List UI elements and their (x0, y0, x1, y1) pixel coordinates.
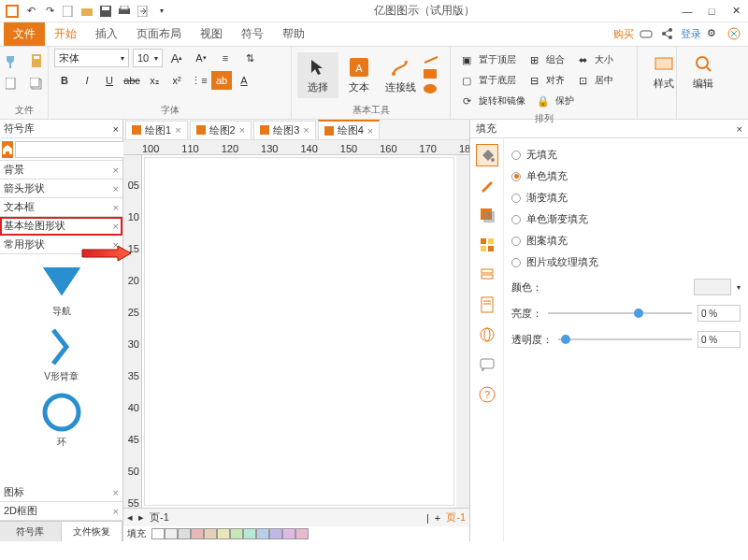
tab-close-icon[interactable]: × (239, 124, 245, 136)
fill-option[interactable]: 无填充 (511, 148, 741, 162)
fill-close-icon[interactable]: × (737, 123, 742, 135)
tab-insert[interactable]: 插入 (86, 22, 127, 46)
rotate-icon[interactable]: ⟳ (456, 92, 477, 110)
send-back-icon[interactable]: ▢ (456, 71, 477, 90)
shape-chevron[interactable]: V形臂章 (4, 323, 119, 383)
buy-link[interactable]: 购买 (613, 27, 634, 41)
lib-home-icon[interactable] (2, 141, 13, 158)
align-left-icon[interactable]: ≡ (215, 49, 236, 67)
bold-icon[interactable]: B (54, 71, 75, 90)
cat-arrows[interactable]: 箭头形状× (0, 179, 122, 198)
close-icon[interactable]: ✕ (727, 3, 744, 20)
opacity-value[interactable]: 0 % (698, 331, 741, 348)
superscript-icon[interactable]: x² (166, 71, 187, 90)
gear-icon[interactable]: ⚙ (707, 27, 722, 42)
doc-tab[interactable]: 绘图4× (318, 120, 381, 139)
tab-symbol[interactable]: 符号 (232, 22, 273, 46)
swatch[interactable] (295, 528, 309, 539)
font-grow-icon[interactable]: A▴ (166, 49, 187, 67)
redo-icon[interactable]: ↷ (41, 3, 58, 20)
cat-close-icon[interactable]: × (113, 506, 119, 517)
fill-option[interactable]: 单色渐变填充 (511, 212, 741, 226)
fill-theme-icon[interactable] (476, 234, 498, 256)
tab-close-icon[interactable]: × (303, 124, 309, 136)
font-color-icon[interactable]: A (234, 71, 254, 90)
fill-option[interactable]: 单色填充 (511, 169, 741, 183)
underline-icon[interactable]: U (99, 71, 120, 90)
fill-help-icon[interactable]: ? (476, 383, 498, 406)
cat-close-icon[interactable]: × (113, 165, 119, 176)
size-icon[interactable]: ⬌ (572, 50, 593, 69)
foot-tab-lib[interactable]: 符号库 (0, 522, 62, 541)
swatch[interactable] (204, 528, 217, 539)
canvas-page[interactable] (144, 157, 454, 506)
cat-background[interactable]: 背景× (0, 161, 122, 179)
swatch[interactable] (282, 528, 295, 539)
cat-basic-shapes[interactable]: 基本绘图形状× (0, 217, 122, 236)
bring-front-icon[interactable]: ▣ (456, 50, 477, 69)
format-painter-icon[interactable] (2, 52, 22, 71)
shape-ellipse-icon[interactable] (423, 83, 439, 94)
share-icon[interactable] (660, 27, 675, 42)
text-tool[interactable]: A 文本 (338, 52, 380, 98)
swatch[interactable] (256, 528, 269, 539)
save-icon[interactable] (97, 3, 114, 20)
cat-common[interactable]: 常用形状× (0, 236, 122, 254)
swatch[interactable] (230, 528, 243, 539)
cat-icons[interactable]: 图标× (0, 483, 122, 502)
cat-2dframe[interactable]: 2D框图× (0, 502, 122, 521)
doc-tab[interactable]: 绘图1× (125, 121, 188, 139)
fill-layers-icon[interactable] (476, 264, 498, 286)
fill-globe-icon[interactable] (476, 323, 498, 346)
subscript-icon[interactable]: x₂ (144, 71, 165, 90)
line-spacing-icon[interactable]: ⇅ (239, 49, 260, 67)
tab-view[interactable]: 视图 (191, 22, 232, 46)
font-size-select[interactable]: 10▾ (133, 49, 163, 67)
wondershare-icon[interactable] (727, 27, 742, 42)
doc-tab[interactable]: 绘图3× (253, 121, 316, 139)
fill-page-icon[interactable] (476, 294, 498, 316)
doc-tab[interactable]: 绘图2× (190, 121, 252, 139)
cut-icon[interactable] (2, 75, 22, 93)
color-picker[interactable] (694, 279, 731, 295)
fill-pen-icon[interactable] (476, 174, 498, 196)
scrollbar-v[interactable] (456, 155, 469, 508)
opacity-slider[interactable] (558, 338, 692, 340)
copy-icon[interactable] (26, 75, 47, 93)
maximize-icon[interactable]: □ (703, 3, 720, 20)
swatch[interactable] (151, 528, 165, 539)
page-label[interactable]: 页-1 (150, 510, 169, 524)
paste-icon[interactable] (26, 52, 47, 71)
page-nav-prev-icon[interactable]: ◂ (127, 511, 133, 524)
shape-rect-icon[interactable] (423, 68, 439, 79)
swatch[interactable] (217, 528, 230, 539)
center-icon[interactable]: ⊡ (572, 71, 593, 90)
cat-close-icon[interactable]: × (113, 221, 119, 232)
swatch[interactable] (191, 528, 204, 539)
open-icon[interactable] (79, 3, 95, 20)
tab-help[interactable]: 帮助 (273, 22, 314, 46)
qat-dropdown-icon[interactable]: ▾ (153, 3, 170, 20)
connector-tool[interactable]: 连接线 (380, 52, 421, 98)
swatch[interactable] (178, 528, 191, 539)
fill-option[interactable]: 图片或纹理填充 (511, 255, 741, 269)
add-page-icon[interactable]: + (435, 512, 440, 524)
italic-icon[interactable]: I (77, 71, 97, 90)
cloud-icon[interactable] (640, 27, 654, 42)
page-highlight[interactable]: 页-1 (446, 510, 466, 524)
swatch[interactable] (243, 528, 256, 539)
group-icon[interactable]: ⊞ (524, 50, 544, 69)
fill-bucket-icon[interactable] (476, 144, 498, 166)
undo-icon[interactable]: ↶ (22, 3, 39, 20)
align-icon[interactable]: ⊟ (524, 71, 544, 90)
brightness-value[interactable]: 0 % (698, 305, 741, 322)
font-shrink-icon[interactable]: A▾ (191, 49, 211, 67)
fill-comment-icon[interactable] (476, 353, 498, 376)
tab-close-icon[interactable]: × (175, 124, 180, 136)
lock-icon[interactable]: 🔒 (533, 92, 554, 110)
minimize-icon[interactable]: — (679, 3, 696, 20)
fill-option[interactable]: 图案填充 (511, 234, 741, 248)
cat-close-icon[interactable]: × (113, 202, 119, 213)
brightness-slider[interactable] (548, 312, 692, 314)
cat-close-icon[interactable]: × (113, 183, 119, 194)
